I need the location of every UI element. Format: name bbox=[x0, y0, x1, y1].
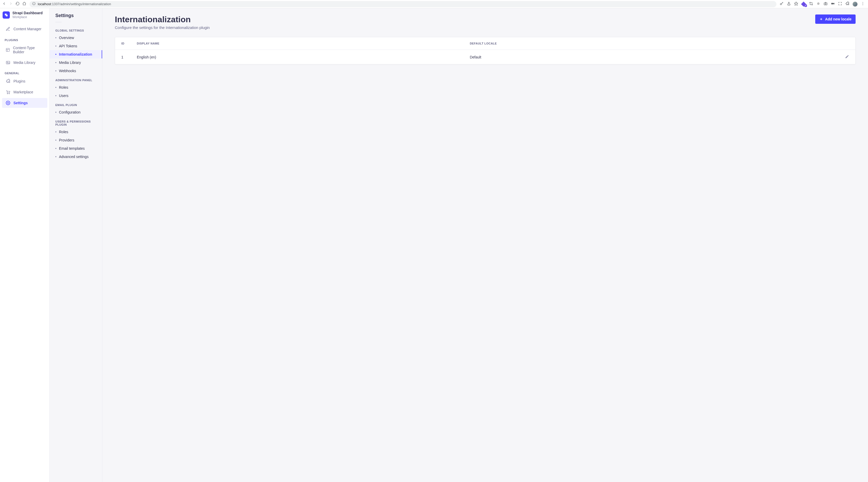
fullscreen-icon[interactable] bbox=[838, 2, 842, 6]
bullet-icon bbox=[55, 54, 56, 55]
url-text: localhost:1337/admin/settings/internatio… bbox=[38, 2, 111, 6]
subnav-item-label: Overview bbox=[59, 36, 74, 40]
profile-avatar[interactable] bbox=[852, 2, 858, 7]
page-subtitle: Configure the settings for the Internati… bbox=[115, 25, 210, 30]
nav-media-library[interactable]: Media Library bbox=[2, 58, 47, 67]
gear-icon bbox=[6, 101, 10, 105]
nav-settings[interactable]: Settings bbox=[2, 98, 47, 108]
svg-marker-5 bbox=[794, 2, 798, 5]
subnav-item-admin-roles[interactable]: Roles bbox=[50, 83, 102, 92]
home-icon[interactable] bbox=[22, 2, 26, 6]
subnav-item-label: Configuration bbox=[59, 110, 81, 114]
nav-item-label: Marketplace bbox=[13, 90, 33, 94]
subnav-item-overview[interactable]: Overview bbox=[50, 34, 102, 42]
bookmark-star-icon[interactable] bbox=[794, 2, 798, 6]
subnav-item-label: API Tokens bbox=[59, 44, 78, 48]
subnav-item-admin-users[interactable]: Users bbox=[50, 92, 102, 100]
key-icon[interactable] bbox=[779, 2, 784, 6]
subnav-group-global: GLOBAL SETTINGS bbox=[50, 25, 102, 34]
brand-logo-icon bbox=[3, 11, 10, 19]
extensions-puzzle-icon[interactable] bbox=[845, 2, 849, 6]
status-dot-icon[interactable] bbox=[816, 2, 820, 6]
subnav-item-api-tokens[interactable]: API Tokens bbox=[50, 42, 102, 50]
svg-rect-10 bbox=[831, 3, 833, 4]
kebab-menu-icon[interactable] bbox=[861, 2, 865, 6]
extension-icon[interactable]: 6 bbox=[801, 2, 806, 6]
subnav-group-users-perm: USERS & PERMISSIONS PLUGIN bbox=[50, 116, 102, 128]
svg-rect-15 bbox=[6, 49, 9, 52]
subnav-item-label: Providers bbox=[59, 138, 74, 142]
crop-icon[interactable] bbox=[809, 2, 813, 6]
brand[interactable]: Strapi Dashboard Workplace bbox=[0, 8, 50, 22]
edit-locale-button[interactable] bbox=[845, 55, 849, 60]
camera-icon[interactable] bbox=[824, 2, 828, 6]
bullet-icon bbox=[55, 62, 56, 63]
table-header-default-locale: DEFAULT LOCALE bbox=[464, 37, 839, 50]
cell-id: 1 bbox=[115, 50, 131, 64]
leftnav: Strapi Dashboard Workplace Content Manag… bbox=[0, 8, 50, 482]
subnav-title: Settings bbox=[50, 13, 102, 22]
subnav-item-label: Email templates bbox=[59, 147, 85, 151]
share-icon[interactable] bbox=[787, 2, 791, 6]
nav-item-label: Content Manager bbox=[13, 27, 41, 31]
layout-icon bbox=[6, 47, 10, 52]
subnav-item-email-configuration[interactable]: Configuration bbox=[50, 108, 102, 116]
site-info-icon[interactable] bbox=[32, 2, 36, 6]
forward-icon[interactable] bbox=[9, 2, 13, 6]
address-bar[interactable]: localhost:1337/admin/settings/internatio… bbox=[30, 1, 776, 7]
svg-point-22 bbox=[7, 102, 9, 104]
nav-item-label: Content-Type Builder bbox=[13, 46, 44, 54]
bullet-icon bbox=[55, 131, 56, 132]
nav-section-general: GENERAL bbox=[0, 68, 50, 76]
bullet-icon bbox=[55, 95, 56, 96]
brand-name: Strapi Dashboard bbox=[12, 11, 43, 15]
subnav-item-up-advanced-settings[interactable]: Advanced settings bbox=[50, 153, 102, 161]
subnav-item-webhooks[interactable]: Webhooks bbox=[50, 67, 102, 75]
subnav-item-label: Users bbox=[59, 94, 68, 98]
brand-workplace: Workplace bbox=[12, 15, 43, 19]
subnav-item-up-roles[interactable]: Roles bbox=[50, 128, 102, 136]
svg-point-3 bbox=[780, 3, 782, 5]
back-icon[interactable] bbox=[2, 2, 6, 6]
svg-point-9 bbox=[825, 3, 826, 5]
svg-point-21 bbox=[9, 93, 9, 94]
cell-display-name: English (en) bbox=[131, 50, 464, 64]
bullet-icon bbox=[55, 70, 56, 71]
divider bbox=[55, 22, 62, 22]
svg-point-12 bbox=[863, 2, 863, 3]
svg-rect-6 bbox=[810, 3, 812, 5]
locales-card: ID DISPLAY NAME DEFAULT LOCALE 1 English… bbox=[115, 37, 856, 64]
nav-marketplace[interactable]: Marketplace bbox=[2, 87, 47, 97]
cell-default-locale: Default bbox=[464, 50, 839, 64]
subnav-item-internationalization[interactable]: Internationalization bbox=[50, 50, 102, 59]
bullet-icon bbox=[55, 140, 56, 141]
subnav-item-media-library[interactable]: Media Library bbox=[50, 59, 102, 67]
svg-marker-11 bbox=[833, 3, 834, 5]
nav-content-type-builder[interactable]: Content-Type Builder bbox=[2, 43, 47, 57]
subnav-item-label: Roles bbox=[59, 85, 68, 90]
nav-content-manager[interactable]: Content Manager bbox=[2, 24, 47, 34]
subnav-item-label: Roles bbox=[59, 130, 68, 134]
browser-chrome: localhost:1337/admin/settings/internatio… bbox=[0, 0, 868, 8]
bullet-icon bbox=[55, 156, 56, 157]
subnav-item-label: Media Library bbox=[59, 61, 81, 65]
subnav-item-up-providers[interactable]: Providers bbox=[50, 136, 102, 144]
reload-icon[interactable] bbox=[16, 2, 20, 6]
page-title: Internationalization bbox=[115, 14, 210, 24]
bullet-icon bbox=[55, 87, 56, 88]
subnav-item-label: Webhooks bbox=[59, 69, 76, 73]
subnav-group-email-plugin: EMAIL PLUGIN bbox=[50, 100, 102, 108]
pencil-icon bbox=[845, 55, 849, 59]
bullet-icon bbox=[55, 112, 56, 113]
nav-plugins[interactable]: Plugins bbox=[2, 76, 47, 86]
main-content: Internationalization Configure the setti… bbox=[102, 8, 868, 482]
subnav-item-label: Advanced settings bbox=[59, 155, 89, 159]
subnav-group-admin-panel: ADMINISTRATION PANEL bbox=[50, 75, 102, 83]
pencil-square-icon bbox=[6, 27, 10, 31]
video-icon[interactable] bbox=[831, 2, 835, 6]
table-row[interactable]: 1 English (en) Default bbox=[115, 50, 855, 64]
subnav-item-up-email-templates[interactable]: Email templates bbox=[50, 144, 102, 153]
table-header-actions bbox=[839, 37, 855, 50]
add-locale-button[interactable]: Add new locale bbox=[815, 14, 856, 24]
image-icon bbox=[6, 60, 10, 65]
